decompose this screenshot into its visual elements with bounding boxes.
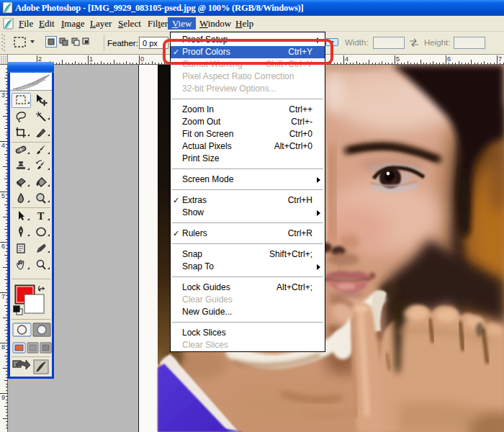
svg-text:T: T — [37, 211, 45, 222]
